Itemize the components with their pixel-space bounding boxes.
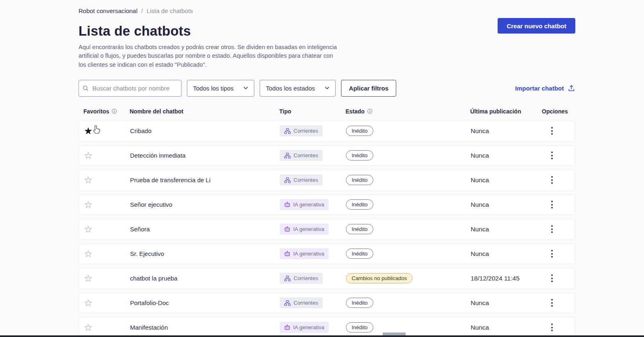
- import-chatbot-link[interactable]: Importar chatbot: [515, 84, 575, 92]
- table-row[interactable]: ☆ Detección inmediata Corrientes Inédito…: [79, 145, 575, 166]
- type-badge-label: IA generativa: [293, 201, 324, 208]
- kebab-menu-icon[interactable]: [549, 248, 555, 259]
- favorite-cell: ★: [79, 126, 130, 136]
- type-badge-label: IA generativa: [293, 251, 324, 257]
- status-badge: Cambios no publicados: [346, 273, 413, 283]
- kebab-menu-icon[interactable]: [549, 297, 555, 308]
- table-row[interactable]: ☆ Señor ejecutivo IA generativa Inédito …: [79, 195, 575, 215]
- chatbot-name: Sr. Ejecutivo: [130, 250, 280, 257]
- info-icon[interactable]: [112, 109, 117, 114]
- import-chatbot-label: Importar chatbot: [515, 85, 564, 92]
- status-badge: Inédito: [346, 150, 373, 161]
- chatbot-name: Prueba de transferencia de Li: [130, 176, 280, 183]
- status-badge: Inédito: [346, 298, 373, 308]
- table-row[interactable]: ☆ Portafolio-Doc Corrientes Inédito Nunc…: [79, 293, 575, 313]
- table-row[interactable]: ☆ Manifestación IA generativa Inédito Nu…: [79, 317, 575, 337]
- type-cell: Corrientes: [280, 273, 346, 284]
- kebab-menu-icon[interactable]: [549, 199, 555, 210]
- kebab-menu-icon[interactable]: [549, 174, 555, 185]
- favorite-star-icon[interactable]: ★: [84, 126, 93, 136]
- breadcrumb-item-robot-conversacional[interactable]: Robot conversacional: [79, 7, 137, 14]
- options-cell: [542, 150, 576, 161]
- last-published: Nunca: [471, 201, 542, 208]
- flow-icon: [284, 177, 291, 183]
- favorite-star-icon[interactable]: ☆: [84, 323, 93, 332]
- options-cell: [542, 199, 576, 210]
- kebab-menu-icon[interactable]: [549, 125, 555, 136]
- type-badge-label: Corrientes: [294, 177, 318, 183]
- upload-icon: [568, 84, 575, 92]
- last-published: Nunca: [471, 250, 542, 258]
- type-cell: IA generativa: [280, 224, 346, 235]
- favorite-star-icon[interactable]: ☆: [84, 151, 93, 161]
- kebab-menu-icon[interactable]: [549, 273, 555, 284]
- kebab-menu-icon[interactable]: [549, 322, 555, 333]
- table-row[interactable]: ☆ Prueba de transferencia de Li Corrient…: [79, 170, 575, 190]
- options-cell: [542, 224, 576, 235]
- favorite-star-icon[interactable]: ☆: [84, 298, 93, 308]
- filters-bar: Todos los tipos Todos los estados Aplica…: [79, 80, 575, 97]
- col-header-estado: Estado: [346, 108, 470, 115]
- chevron-down-icon: [325, 86, 330, 90]
- table-row[interactable]: ☆ Señora IA generativa Inédito Nunca: [79, 219, 575, 240]
- chatbot-name: chatbot la prueba: [130, 275, 280, 282]
- options-cell: [542, 248, 576, 259]
- status-badge: Inédito: [346, 249, 373, 259]
- type-badge: Corrientes: [280, 273, 323, 284]
- flow-icon: [284, 128, 291, 134]
- chatbot-name: Señor ejecutivo: [130, 201, 280, 208]
- table-row[interactable]: ★ Cribado Corrientes Inédito Nunca: [79, 121, 575, 141]
- favorite-cell: ☆: [79, 151, 130, 161]
- flow-icon: [284, 153, 291, 158]
- status-badge: Inédito: [346, 322, 373, 332]
- scrollbar-thumb[interactable]: [383, 332, 406, 335]
- last-published: Nunca: [471, 324, 542, 331]
- status-filter-select[interactable]: Todos los estados: [260, 80, 336, 97]
- create-chatbot-button[interactable]: Crear nuevo chatbot: [498, 18, 575, 34]
- type-badge: IA generativa: [280, 248, 329, 259]
- chatbot-name: Detección inmediata: [130, 152, 280, 159]
- chatbot-name: Portafolio-Doc: [130, 299, 280, 306]
- table-row[interactable]: ☆ Sr. Ejecutivo IA generativa Inédito Nu…: [79, 244, 575, 264]
- info-icon[interactable]: [367, 109, 372, 114]
- favorite-star-icon[interactable]: ☆: [84, 249, 93, 259]
- status-cell: Inédito: [346, 199, 471, 210]
- favorite-star-icon[interactable]: ☆: [84, 274, 93, 283]
- apply-filters-button[interactable]: Aplicar filtros: [341, 80, 396, 97]
- table-row[interactable]: ☆ chatbot la prueba Corrientes Cambios n…: [79, 268, 575, 289]
- col-header-nombre: Nombre del chatbot: [130, 108, 279, 115]
- breadcrumb-item-lista-de-chatbots: Lista de chatbots: [146, 7, 193, 14]
- page-description: Aquí encontrarás los chatbots creados y …: [79, 43, 337, 69]
- status-badge: Inédito: [346, 199, 373, 210]
- chevron-down-icon: [243, 86, 248, 90]
- favorite-star-icon[interactable]: ☆: [84, 175, 93, 185]
- last-published: Nunca: [471, 152, 542, 159]
- kebab-menu-icon[interactable]: [549, 224, 555, 235]
- type-filter-select[interactable]: Todos los tipos: [187, 80, 254, 97]
- col-header-tipo: Tipo: [279, 108, 346, 115]
- favorite-cell: ☆: [79, 298, 130, 308]
- type-badge-label: Corrientes: [294, 152, 318, 158]
- status-cell: Inédito: [346, 298, 471, 308]
- status-cell: Inédito: [346, 224, 471, 234]
- type-badge-label: Corrientes: [294, 275, 318, 281]
- type-badge-label: Corrientes: [294, 128, 318, 134]
- options-cell: [542, 125, 576, 136]
- favorite-star-icon[interactable]: ☆: [84, 224, 93, 234]
- type-badge: Corrientes: [280, 150, 323, 161]
- type-cell: Corrientes: [280, 174, 346, 185]
- favorite-star-icon[interactable]: ☆: [84, 200, 93, 210]
- kebab-menu-icon[interactable]: [549, 150, 555, 161]
- last-published: Nunca: [471, 226, 542, 233]
- search-icon: [83, 85, 89, 93]
- type-badge: IA generativa: [280, 199, 329, 210]
- type-badge: Corrientes: [280, 125, 323, 136]
- favorite-cell: ☆: [79, 200, 130, 210]
- search-input[interactable]: [79, 80, 182, 97]
- status-cell: Inédito: [346, 249, 471, 259]
- type-badge: IA generativa: [280, 224, 329, 235]
- chatbot-name: Señora: [130, 226, 280, 233]
- chatbots-table: Favoritos Nombre del chatbot Tipo Estado…: [79, 108, 575, 337]
- options-cell: [542, 322, 576, 333]
- status-badge: Inédito: [346, 175, 373, 185]
